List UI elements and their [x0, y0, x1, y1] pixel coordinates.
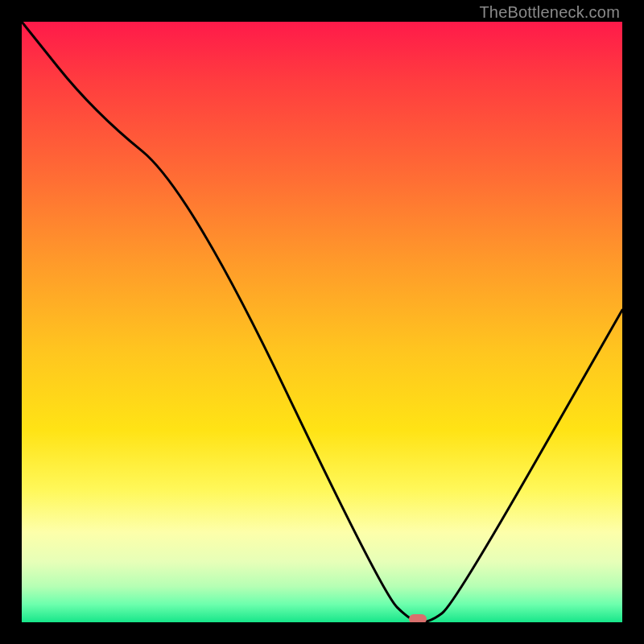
- plot-area: [22, 22, 622, 622]
- chart-frame: TheBottleneck.com: [0, 0, 644, 644]
- watermark-text: TheBottleneck.com: [479, 3, 620, 22]
- bottleneck-curve: [22, 22, 622, 622]
- optimal-marker: [409, 614, 427, 622]
